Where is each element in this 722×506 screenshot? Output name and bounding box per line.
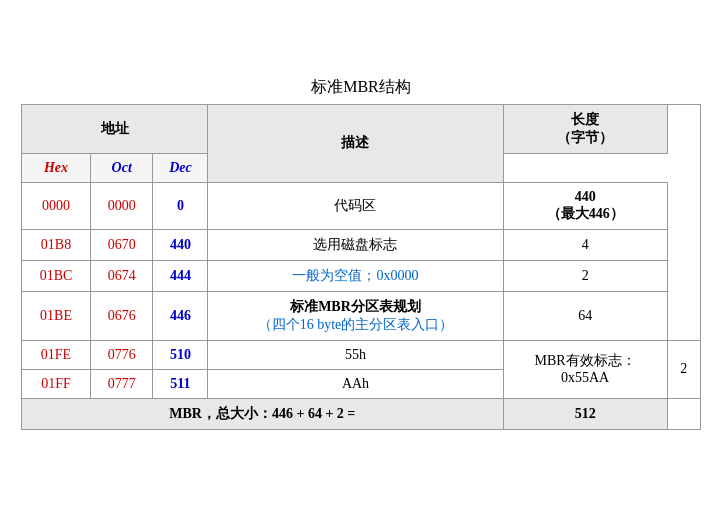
- page-title: 标准MBR结构: [21, 77, 701, 98]
- cell-desc: 标准MBR分区表规划 （四个16 byte的主分区表入口）: [208, 291, 503, 340]
- cell-len: 2: [503, 260, 667, 291]
- table-row: 01BE 0676 446 标准MBR分区表规划 （四个16 byte的主分区表…: [22, 291, 701, 340]
- cell-dec: 511: [153, 369, 208, 398]
- cell-oct: 0670: [90, 229, 152, 260]
- col-hex: Hex: [22, 153, 91, 182]
- footer-value: 512: [503, 398, 667, 429]
- cell-len: MBR有效标志： 0x55AA: [503, 340, 667, 398]
- col-oct: Oct: [90, 153, 152, 182]
- cell-desc: 一般为空值；0x0000: [208, 260, 503, 291]
- cell-oct: 0777: [90, 369, 152, 398]
- cell-len: 440 （最大446）: [503, 182, 667, 229]
- table-row: 0000 0000 0 代码区 440 （最大446）: [22, 182, 701, 229]
- cell-desc: 55h: [208, 340, 503, 369]
- cell-dec: 0: [153, 182, 208, 229]
- table-row: 01BC 0674 444 一般为空值；0x0000 2: [22, 260, 701, 291]
- cell-hex: 01B8: [22, 229, 91, 260]
- header-len: 长度 （字节）: [503, 104, 667, 153]
- footer-label: MBR，总大小：446 + 64 + 2 =: [22, 398, 504, 429]
- cell-desc: 代码区: [208, 182, 503, 229]
- cell-hex: 01BC: [22, 260, 91, 291]
- cell-hex: 01BE: [22, 291, 91, 340]
- cell-dec: 440: [153, 229, 208, 260]
- cell-dec: 446: [153, 291, 208, 340]
- cell-hex: 0000: [22, 182, 91, 229]
- cell-oct: 0000: [90, 182, 152, 229]
- col-dec: Dec: [153, 153, 208, 182]
- table-row: 01FE 0776 510 55h MBR有效标志： 0x55AA 2: [22, 340, 701, 369]
- cell-oct: 0676: [90, 291, 152, 340]
- header-addr: 地址: [22, 104, 208, 153]
- cell-desc: 选用磁盘标志: [208, 229, 503, 260]
- cell-len: 64: [503, 291, 667, 340]
- cell-dec: 510: [153, 340, 208, 369]
- main-container: 标准MBR结构 地址 描述 长度 （字节） Hex Oct Dec 0000 0…: [21, 77, 701, 430]
- mbr-table: 地址 描述 长度 （字节） Hex Oct Dec 0000 0000 0 代码…: [21, 104, 701, 430]
- cell-dec: 444: [153, 260, 208, 291]
- cell-oct: 0674: [90, 260, 152, 291]
- cell-hex: 01FF: [22, 369, 91, 398]
- header-desc: 描述: [208, 104, 503, 182]
- table-row: 01B8 0670 440 选用磁盘标志 4: [22, 229, 701, 260]
- footer-row: MBR，总大小：446 + 64 + 2 = 512: [22, 398, 701, 429]
- cell-oct: 0776: [90, 340, 152, 369]
- cell-hex: 01FE: [22, 340, 91, 369]
- cell-desc: AAh: [208, 369, 503, 398]
- cell-len-val: 2: [667, 340, 700, 398]
- cell-len: 4: [503, 229, 667, 260]
